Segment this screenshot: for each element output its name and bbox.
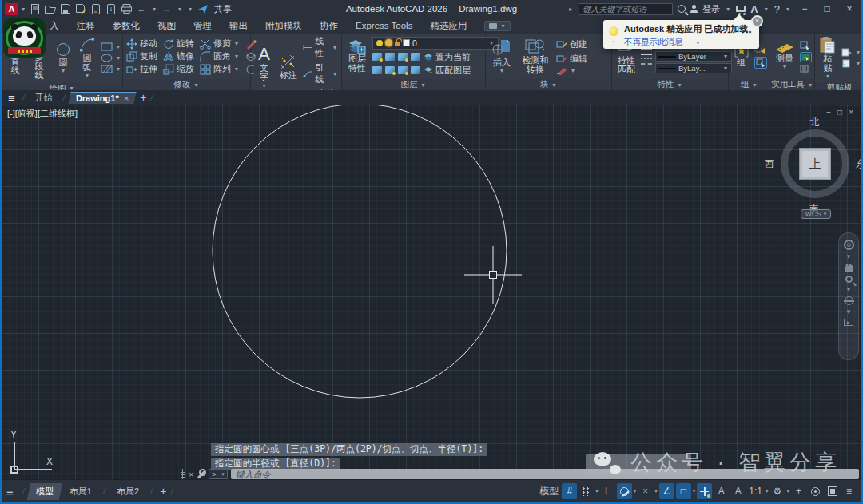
share-button[interactable]: 共享 [214,3,232,15]
text-button[interactable]: A 文字 ▾ [254,45,274,90]
command-customize-icon[interactable] [197,470,205,478]
plot-button[interactable] [121,3,132,14]
block-attributes-button[interactable]: ▾ [556,67,587,75]
save-as-button[interactable] [75,3,86,14]
drawing1-tab[interactable]: Drawing1* × [68,92,136,104]
open-from-web-mobile-button[interactable] [105,3,117,14]
annotation-visibility-toggle[interactable]: A [714,483,729,499]
ellipse-button[interactable]: ▾ [101,54,121,62]
user-icon[interactable] [690,6,698,13]
fillet-button[interactable]: 圆角▾ [200,50,240,62]
notification-close-icon[interactable]: × [751,15,763,27]
insert-block-button[interactable]: 插入 ▾ [489,38,515,76]
file-tab-menu-icon[interactable]: ≡ [8,91,15,105]
copy-button[interactable]: 复制 [126,50,157,62]
layer-isolate-icon[interactable] [372,53,382,61]
panel-label-layers[interactable]: 图层▾ [342,79,485,90]
redo-chevron-icon[interactable]: ▾ [178,6,181,13]
model-tab[interactable]: 模型 [27,483,62,500]
customization-button[interactable]: ≡ [841,483,857,499]
save-to-web-mobile-button[interactable] [90,3,101,14]
stretch-button[interactable]: 拉伸 [126,63,157,75]
move-button[interactable]: 移动 [126,38,157,50]
trim-button[interactable]: 修剪▾ [200,38,240,50]
tab-manage[interactable]: 管理 [193,20,212,32]
panel-label-draw[interactable]: 绘图▾ [2,83,122,90]
zoom-chevron-icon[interactable]: ▾ [847,286,851,293]
app-store-cart-icon[interactable] [736,6,746,12]
dynamic-input-toggle[interactable] [697,483,712,499]
search-input[interactable] [579,3,673,15]
ortho-toggle[interactable]: L [600,483,615,499]
tab-collaborate[interactable]: 协作 [320,20,338,32]
polar-chevron-icon[interactable]: ▾ [634,488,637,494]
linetype-icon[interactable] [641,58,652,65]
measure-button[interactable]: 测量 ▾ [773,42,797,72]
help-chevron-icon[interactable]: ▾ [786,6,789,13]
maximize-button[interactable]: □ [818,3,836,14]
undo-chevron-icon[interactable]: ▾ [153,6,156,13]
layer-lock-icon[interactable] [411,53,420,61]
layer-dropdown[interactable]: 0 ▾ [372,37,499,50]
array-button[interactable]: 阵列▾ [200,63,240,75]
lineweight-icon[interactable] [641,48,652,55]
notification-dismiss-link[interactable]: 不再显示此消息 [624,37,683,48]
panel-label-modify[interactable]: 修改▾ [123,79,250,90]
close-button[interactable]: × [841,3,858,14]
group-edit-button[interactable] [754,57,767,69]
app-menu-chevron-icon[interactable]: ▾ [22,6,25,13]
ribbon-display-toggle[interactable]: ▾ [484,21,511,31]
command-bar-close-icon[interactable]: × [189,470,193,479]
new-file-button[interactable] [30,3,41,14]
viewcube-north[interactable]: 北 [809,116,819,129]
rectangle-button[interactable]: ▾ [101,42,121,51]
quick-select-button[interactable] [800,41,812,50]
polar-tracking-toggle[interactable] [617,483,632,499]
convert-block-button[interactable]: 检测和转换 [518,37,553,75]
tab-output[interactable]: 输出 [229,20,248,32]
grid-toggle[interactable]: # [562,483,577,499]
viewcube-top-face[interactable]: 上 [799,148,831,180]
paste-button[interactable]: 粘贴 ▾ [817,35,838,81]
panel-label-block[interactable]: 块▾ [486,79,611,90]
minimize-button[interactable]: − [796,3,813,14]
isodraft-toggle[interactable]: × [638,483,653,499]
notification-chevron-icon[interactable]: ▾ [697,39,700,46]
layer-properties-button[interactable]: 图层特性 [345,38,369,73]
hatch-button[interactable]: ▾ [101,65,121,73]
tab-featured-apps[interactable]: 精选应用 [430,20,467,32]
layer-unisolate-icon[interactable] [372,66,382,74]
layer-off-icon[interactable] [398,53,408,61]
osnap-chevron-icon[interactable]: ▾ [693,488,696,494]
rotate-button[interactable]: 旋转 [163,38,194,50]
qat-customize-chevron-icon[interactable]: ▾ [189,6,192,13]
snap-toggle[interactable] [579,483,594,499]
layer-thaw-all-icon[interactable] [385,66,395,74]
tab-addins[interactable]: 附加模块 [265,20,302,32]
viewcube-west[interactable]: 西 [765,157,774,171]
drawing-canvas[interactable]: [-][俯视][二维线框] − □ × 上 北 南 西 东 WCS ▾ ▾ ▾ … [2,105,861,481]
select-similar-button[interactable] [800,52,812,62]
panel-label-utilities[interactable]: 实用工具▾ [770,79,814,90]
autoscale-toggle[interactable]: A [730,483,746,499]
layout2-tab[interactable]: 布局2 [109,483,146,500]
cut-clip-button[interactable]: ▾ [841,59,861,68]
set-current-layer-button[interactable]: 置为当前 [424,51,471,63]
scale-chevron-icon[interactable]: ▾ [766,488,769,494]
wheel-chevron-icon[interactable]: ▾ [847,253,851,260]
create-block-button[interactable]: 创建 [556,38,587,50]
open-file-button[interactable] [45,3,56,14]
isolate-objects-button[interactable] [808,483,823,499]
clean-screen-button[interactable] [825,483,840,499]
quick-calculator-button[interactable] [800,65,812,73]
layout-menu-icon[interactable]: ≡ [6,485,14,498]
command-prompt-icon[interactable]: >_ ▾ [209,469,227,479]
viewcube-east[interactable]: 东 [856,157,861,171]
lineweight-dropdown[interactable]: ByLayer ▾ [655,51,732,62]
panel-label-group[interactable]: 组▾ [729,79,770,90]
autodesk-chevron-icon[interactable]: ▾ [765,6,768,13]
isodraft-chevron-icon[interactable]: ▾ [654,488,658,494]
autodesk-a-icon[interactable]: A [750,3,758,15]
undo-button[interactable]: ← [136,3,147,14]
osnap-tracking-toggle[interactable]: ∠ [659,483,674,499]
